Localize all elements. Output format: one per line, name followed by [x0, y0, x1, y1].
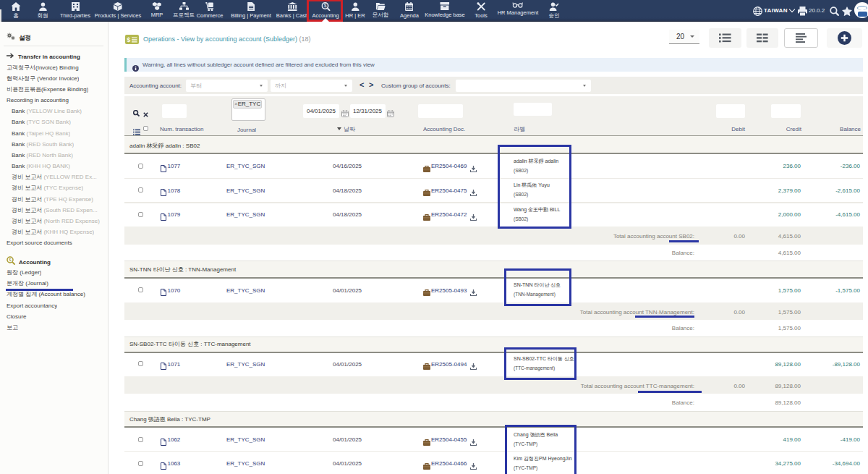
- svg-text:$: $: [9, 258, 12, 262]
- svg-text:$: $: [127, 36, 130, 43]
